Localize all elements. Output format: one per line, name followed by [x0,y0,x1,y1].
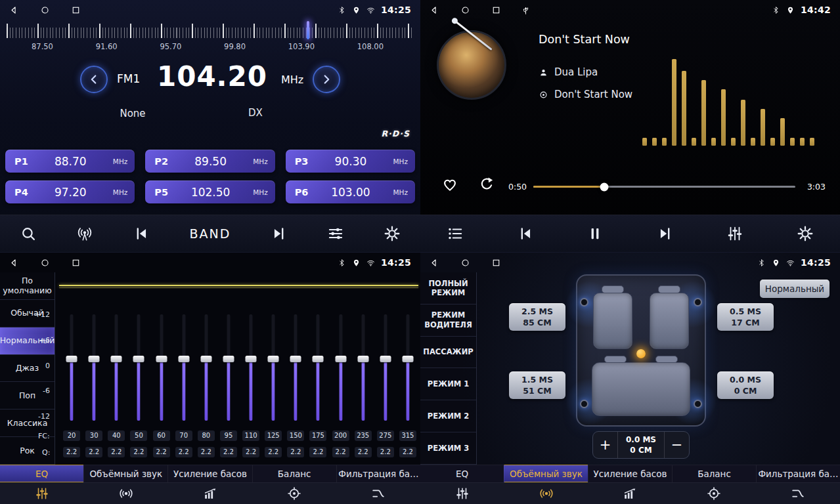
eq-band-slider[interactable] [374,314,397,421]
next-track-button[interactable] [657,225,674,242]
frequency-ruler[interactable] [7,24,414,38]
preset-button-p3[interactable]: P390.30MHz [286,150,415,173]
eq-preset-item[interactable]: По умолчанию [0,272,55,300]
sound-mode-item[interactable]: РЕЖИМ 2 [420,400,476,432]
eq-slider-knob[interactable] [268,356,279,362]
eq-band-slider[interactable] [240,314,262,421]
eq-band-slider[interactable] [150,314,173,421]
eq-slider-knob[interactable] [335,356,346,362]
previous-station-button[interactable] [133,225,150,242]
back-button[interactable] [9,258,19,268]
eq-slider-knob[interactable] [111,356,122,362]
eq-slider-knob[interactable] [66,356,77,362]
sound-mode-item[interactable]: ПАССАЖИР [420,337,476,369]
tune-settings-button[interactable] [327,225,344,242]
sound-profile-button[interactable]: Нормальный [760,280,829,298]
preset-button-p2[interactable]: P289.50MHz [145,150,275,173]
mixer-button[interactable] [726,225,743,242]
tab-icon-filter[interactable] [756,483,840,504]
home-button[interactable] [460,5,470,15]
tab-icon-balance[interactable] [252,483,336,504]
tab-icon-equalizer[interactable] [420,483,504,504]
eq-slider-knob[interactable] [313,356,324,362]
sound-mode-item[interactable]: РЕЖИМ ВОДИТЕЛЯ [420,304,476,337]
eq-band-slider[interactable] [195,314,217,421]
eq-band-slider[interactable] [397,314,419,421]
broadcast-button[interactable] [76,225,93,242]
preset-button-p6[interactable]: P6103.00MHz [286,180,415,203]
tab-icon-surround[interactable] [504,483,588,504]
delay-front-right[interactable]: 0.5 MS 17 CM [717,303,774,331]
audio-tab[interactable]: Фильтрация ба… [756,465,840,482]
audio-tab[interactable]: Фильтрация ба… [336,465,420,482]
recents-button[interactable] [71,258,81,268]
eq-band-slider[interactable] [173,314,195,421]
tab-icon-bass-boost[interactable] [168,483,252,504]
band-button[interactable]: BAND [190,226,231,241]
home-button[interactable] [40,5,50,15]
eq-band-slider[interactable] [60,314,83,421]
back-button[interactable] [430,258,439,268]
eq-band-slider[interactable] [262,314,284,421]
eq-band-slider[interactable] [217,314,240,421]
delay-front-left[interactable]: 2.5 MS 85 CM [509,303,565,331]
eq-band-slider[interactable] [352,314,374,421]
eq-slider-knob[interactable] [156,356,167,362]
preset-button-p4[interactable]: P497.20MHz [5,180,135,203]
eq-slider-knob[interactable] [357,356,368,362]
eq-band-slider[interactable] [105,314,127,421]
eq-slider-knob[interactable] [223,356,234,362]
back-button[interactable] [430,5,439,15]
home-button[interactable] [40,258,50,268]
eq-slider-knob[interactable] [200,356,211,362]
eq-slider-knob[interactable] [402,356,413,362]
audio-tab[interactable]: Объёмный звук [83,465,167,482]
recents-button[interactable] [71,5,81,15]
back-button[interactable] [9,5,19,15]
audio-tab[interactable]: EQ [0,465,83,482]
delay-decrease-button[interactable]: − [664,432,689,458]
eq-slider-knob[interactable] [178,356,189,362]
progress-slider[interactable] [533,186,795,188]
eq-slider-knob[interactable] [246,356,257,362]
eq-band-slider[interactable] [330,314,352,421]
preset-button-p5[interactable]: P5102.50MHz [145,180,275,203]
eq-slider-knob[interactable] [380,356,391,362]
eq-slider-knob[interactable] [133,356,144,362]
repeat-button[interactable] [478,176,495,193]
audio-tab[interactable]: Усиление басов [588,465,672,482]
playlist-button[interactable] [447,225,464,242]
audio-tab[interactable]: Баланс [672,465,756,482]
tab-icon-balance[interactable] [672,483,756,504]
listening-position-marker[interactable] [636,349,646,358]
delay-increase-button[interactable]: + [593,432,618,458]
audio-tab[interactable]: Усиление басов [167,465,252,482]
previous-track-button[interactable] [517,225,534,242]
audio-tab[interactable]: Объёмный звук [504,465,588,482]
pause-button[interactable] [586,225,604,242]
delay-rear-left[interactable]: 1.5 MS 51 CM [509,371,565,399]
home-button[interactable] [460,258,470,268]
eq-band-slider[interactable] [127,314,150,421]
preset-button-p1[interactable]: P188.70MHz [5,150,135,173]
progress-knob[interactable] [600,182,608,191]
scan-button[interactable] [20,225,37,242]
tune-up-button[interactable] [313,66,340,93]
settings-button[interactable] [384,225,401,242]
eq-slider-knob[interactable] [89,356,100,362]
sound-mode-item[interactable]: ПОЛНЫЙ РЕЖИМ [420,272,476,304]
recents-button[interactable] [491,258,501,268]
eq-slider-knob[interactable] [290,356,301,362]
eq-band-slider[interactable] [284,314,307,421]
eq-band-slider[interactable] [307,314,329,421]
sound-mode-item[interactable]: РЕЖИМ 1 [420,368,476,400]
audio-tab[interactable]: EQ [420,465,504,482]
next-station-button[interactable] [271,225,288,242]
sound-mode-item[interactable]: РЕЖИМ 3 [420,432,476,465]
eq-band-slider[interactable] [83,314,105,421]
tab-icon-surround[interactable] [84,483,168,504]
tab-icon-equalizer[interactable] [0,483,84,504]
delay-rear-right[interactable]: 0.0 MS 0 CM [717,371,774,399]
tab-icon-filter[interactable] [336,483,420,504]
car-cabin-view[interactable] [576,274,706,427]
